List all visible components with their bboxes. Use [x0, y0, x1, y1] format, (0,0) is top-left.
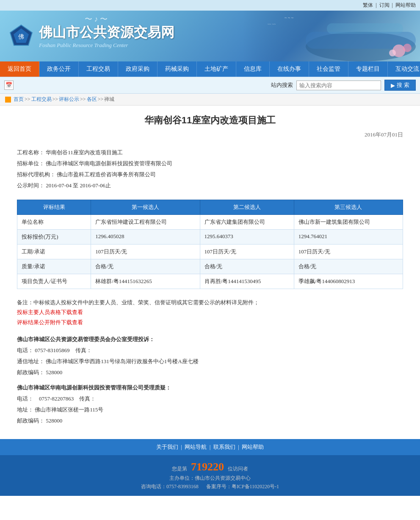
- footer-nav: 关于我们 | 网站导航 | 联系我们 | 网站帮助: [0, 439, 420, 455]
- breadcrumb-districts[interactable]: 各区: [87, 96, 97, 103]
- cell-1-0: 投标报价(万元): [17, 230, 91, 245]
- cell-0-3: 佛山市新一建筑集团有限公司: [294, 215, 403, 230]
- footer-consult: 咨询电话：0757-83993168: [141, 484, 199, 489]
- breadcrumb-home[interactable]: 首页: [14, 96, 24, 103]
- project-name-label: 工程名称：: [17, 149, 44, 156]
- complaint1-phone: 电话： 0757-83105869 传真：: [17, 345, 403, 356]
- complaint2-zip: 邮政编码： 528000: [17, 415, 403, 426]
- nav-procurement[interactable]: 政府采购: [118, 61, 158, 77]
- table-row: 单位名称广东省恒坤建设工程有限公司广东省六建集团有限公司佛山市新一建筑集团有限公…: [17, 215, 403, 230]
- cell-1-2: 1295.640373: [200, 230, 294, 245]
- search-input[interactable]: [296, 81, 381, 90]
- logo-text: 佛山市公共资源交易网 Foshan Public Resource Tradin…: [39, 23, 174, 49]
- cell-4-1: 林雄群/粤144151632265: [91, 274, 200, 289]
- search-bar: 📅 站内搜索 ▶ 搜 索: [0, 77, 420, 94]
- project-name-row: 工程名称： 华南创谷11座室内改造项目施工: [17, 147, 403, 158]
- cell-2-2: 107日历天/无: [200, 245, 294, 259]
- svg-text:~~ ~~: ~~ ~~: [268, 22, 276, 26]
- visitor-label-pre: 您是第: [172, 466, 187, 472]
- footer-sitemap[interactable]: 网站导航: [185, 444, 207, 450]
- cell-4-2: 肖再胜/粤144141530495: [200, 274, 294, 289]
- nav-online[interactable]: 在线办事: [270, 61, 309, 77]
- nav-engineering[interactable]: 工程交易: [79, 61, 118, 77]
- nav-home[interactable]: 返回首页: [0, 61, 39, 77]
- cell-0-1: 广东省恒坤建设工程有限公司: [91, 215, 200, 230]
- complaint2-phone: 电话： 0757-82207863 传真：: [17, 393, 403, 404]
- cell-0-0: 单位名称: [17, 215, 91, 230]
- birds-decoration: 〜 ♪ 〜: [85, 14, 108, 24]
- topbar-link-subscribe[interactable]: 订阅: [379, 2, 390, 8]
- table-row: 工期/承诺107日历天/无107日历天/无107日历天/无: [17, 245, 403, 259]
- complaint1-addr: 通信地址： 佛山市禅城区季华西路131号绿岛湖行政服务中心1号楼A座七楼: [17, 356, 403, 367]
- footer-record: 备案序号：粤ICP备11020220号-1: [206, 484, 279, 489]
- topbar-link-traditional[interactable]: 繁体: [363, 2, 373, 8]
- breadcrumb-bidding[interactable]: 评标公示: [59, 96, 79, 103]
- logo-cn: 佛山市公共资源交易网: [39, 23, 174, 42]
- footer-contact[interactable]: 联系我们: [213, 444, 235, 450]
- table-row: 质量/承诺合格/无合格/无合格/无: [17, 259, 403, 274]
- project-name-value: 华南创谷11座室内改造项目施工: [46, 149, 123, 156]
- page-title: 华南创谷11座室内改造项目施工: [17, 114, 403, 127]
- footer-about[interactable]: 关于我们: [156, 444, 178, 450]
- logo-en: Foshan Public Resource Trading Center: [39, 42, 174, 49]
- cell-3-1: 合格/无: [91, 259, 200, 274]
- agency-value: 佛山市盈科工程造价咨询事务所有限公司: [57, 171, 156, 178]
- svg-rect-6: [327, 23, 403, 34]
- visitor-count-row: 您是第 719220 位访问者: [4, 461, 416, 473]
- nav-special[interactable]: 专题栏目: [348, 61, 388, 77]
- cell-4-3: 季雄飙/粤144060802913: [294, 274, 403, 289]
- cell-1-3: 1294.764021: [294, 230, 403, 245]
- col-header-c3: 第三候选人: [294, 200, 403, 215]
- cell-2-0: 工期/承诺: [17, 245, 91, 259]
- svg-point-9: [389, 50, 396, 56]
- topbar-link-help[interactable]: 网站帮助: [395, 2, 416, 8]
- cell-2-3: 107日历天/无: [294, 245, 403, 259]
- nav-medicine[interactable]: 药械采购: [158, 61, 197, 77]
- stadium-decoration: ~ ~ ~ ~~ ~~: [242, 11, 420, 61]
- nav-politics[interactable]: 政务公开: [39, 61, 79, 77]
- nav-land[interactable]: 土地矿产: [197, 61, 236, 77]
- calendar-icon[interactable]: 📅: [4, 81, 14, 90]
- search-label: 站内搜索: [271, 81, 293, 89]
- table-row: 投标报价(万元)1296.4050281295.6403731294.76402…: [17, 230, 403, 245]
- nav-social[interactable]: 社会监管: [309, 61, 348, 77]
- breadcrumb-engineering[interactable]: 工程交易: [31, 96, 52, 103]
- article-info: 工程名称： 华南创谷11座室内改造项目施工 招标单位： 佛山市禅城区华南电源创新…: [17, 147, 403, 191]
- footer-host: 主办单位：佛山市公共资源交易中心: [4, 475, 416, 482]
- download-link-2[interactable]: 评标结果公开附件下载查看: [17, 317, 403, 327]
- cell-3-3: 合格/无: [294, 259, 403, 274]
- main-nav: 返回首页 政务公开 工程交易 政府采购 药械采购 土地矿产 信息库 在线办事 社…: [0, 61, 420, 77]
- site-header: 佛 佛山市公共资源交易网 Foshan Public Resource Trad…: [0, 11, 420, 61]
- complaint-section-2: 佛山市禅城区华南电源创新科技园投资管理有限公司受理质疑： 电话： 0757-82…: [17, 382, 403, 426]
- agency-label: 招标代理机构：: [17, 171, 55, 178]
- col-header-result: 评标结果: [17, 200, 91, 215]
- bidder-label: 招标单位：: [17, 160, 44, 167]
- cell-0-2: 广东省六建集团有限公司: [200, 215, 294, 230]
- footer-help[interactable]: 网站帮助: [242, 444, 264, 450]
- complaint1-title: 佛山市禅城区公共资源交易管理委员会办公室受理投诉：: [17, 334, 403, 345]
- main-content: 华南创谷11座室内改造项目施工 2016年07月01日 工程名称： 华南创谷11…: [0, 106, 420, 439]
- footer-consult-record: 咨询电话：0757-83993168 备案序号：粤ICP备11020220号-1: [4, 483, 416, 490]
- svg-text:佛: 佛: [18, 33, 24, 40]
- search-button[interactable]: ▶ 搜 索: [384, 80, 416, 91]
- complaint1-zip: 邮政编码： 528000: [17, 367, 403, 378]
- notes-section: 备注：中标候选人投标文件中的主要人员、业绩、荣奖、信誉证明或其它需要公示的材料详…: [17, 298, 403, 327]
- nav-interact[interactable]: 互动交流: [388, 61, 420, 77]
- result-table: 评标结果 第一候选人 第二候选人 第三候选人 单位名称广东省恒坤建设工程有限公司…: [17, 200, 403, 289]
- agency-row: 招标代理机构： 佛山市盈科工程造价咨询事务所有限公司: [17, 169, 403, 180]
- complaint2-title: 佛山市禅城区华南电源创新科技园投资管理有限公司受理质疑：: [17, 382, 403, 393]
- bidder-row: 招标单位： 佛山市禅城区华南电源创新科技园投资管理有限公司: [17, 158, 403, 169]
- note-text: 备注：中标候选人投标文件中的主要人员、业绩、荣奖、信誉证明或其它需要公示的材料详…: [17, 298, 403, 307]
- table-row: 项目负责人/证书号林雄群/粤144151632265肖再胜/粤144141530…: [17, 274, 403, 289]
- nav-info[interactable]: 信息库: [236, 61, 270, 77]
- breadcrumb-icon: [5, 97, 11, 103]
- download-link-1[interactable]: 投标主要人员表格下载查看: [17, 307, 403, 317]
- cell-3-0: 质量/承诺: [17, 259, 91, 274]
- complaint-section-1: 佛山市禅城区公共资源交易管理委员会办公室受理投诉： 电话： 0757-83105…: [17, 334, 403, 378]
- cell-4-0: 项目负责人/证书号: [17, 274, 91, 289]
- col-header-c1: 第一候选人: [91, 200, 200, 215]
- cell-3-2: 合格/无: [200, 259, 294, 274]
- search-icon: ▶: [391, 82, 395, 89]
- cell-1-1: 1296.405028: [91, 230, 200, 245]
- period-label: 公示时间：: [17, 182, 44, 189]
